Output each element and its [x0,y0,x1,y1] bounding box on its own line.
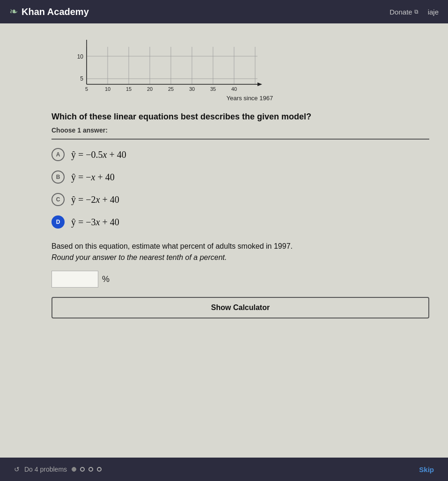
main-content: 5 10 [0,23,448,458]
skip-button[interactable]: Skip [419,466,434,474]
option-c-circle: C [51,193,65,206]
input-row: % [51,271,429,288]
option-d-circle: D [51,215,65,229]
progress-dot-2 [80,467,85,472]
followup-text-part2: Round your answer to the nearest tenth o… [51,253,227,261]
option-a-text: ŷ = −0.5x + 40 [71,149,126,160]
svg-text:5: 5 [80,75,83,82]
refresh-icon: ↺ [14,466,20,473]
progress-dot-4 [97,467,102,472]
option-c-text: ŷ = −2x + 40 [71,194,119,205]
external-link-icon: ⧉ [414,8,419,15]
followup-text: Based on this equation, estimate what pe… [51,241,429,263]
site-title: Khan Academy [22,7,89,17]
user-label[interactable]: iaje [428,8,439,16]
progress-dots [72,467,102,472]
khan-academy-logo-icon: ❧ [9,6,18,18]
svg-text:30: 30 [189,86,195,92]
svg-text:10: 10 [105,86,110,92]
option-a[interactable]: A ŷ = −0.5x + 40 [51,143,429,166]
header-left: ❧ Khan Academy [9,6,89,18]
svg-text:40: 40 [231,86,237,92]
graph-x-label: Years since 1967 [70,95,429,102]
donate-label: Donate [389,8,412,16]
percent-label: % [102,274,110,284]
option-a-circle: A [51,148,65,161]
option-b[interactable]: B ŷ = −x + 40 [51,166,429,188]
problems-label: Do 4 problems [24,466,67,473]
option-c[interactable]: C ŷ = −2x + 40 [51,188,429,211]
svg-text:20: 20 [147,86,153,92]
divider [51,139,429,140]
answer-options: A ŷ = −0.5x + 40 B ŷ = −x + 40 C ŷ = −2x… [51,143,429,233]
svg-text:15: 15 [126,86,132,92]
footer-left: ↺ Do 4 problems [14,466,102,473]
svg-text:25: 25 [168,86,174,92]
show-calculator-button[interactable]: Show Calculator [51,297,429,318]
svg-text:5: 5 [85,86,88,92]
option-b-text: ŷ = −x + 40 [71,172,115,183]
graph-wrapper: 5 10 [70,33,267,94]
followup-text-part1: Based on this equation, estimate what pe… [51,242,293,250]
option-d[interactable]: D ŷ = −3x + 40 [51,211,429,233]
footer: ↺ Do 4 problems Skip [0,458,448,481]
progress-dot-3 [88,467,93,472]
svg-text:35: 35 [210,86,216,92]
option-b-circle: B [51,170,65,184]
progress-dot-1 [72,467,76,472]
svg-text:10: 10 [77,53,84,60]
option-d-text: ŷ = −3x + 40 [71,217,119,228]
choose-label: Choose 1 answer: [51,126,429,134]
header: ❧ Khan Academy Donate ⧉ iaje [0,0,448,23]
question-text: Which of these linear equations best des… [51,111,429,123]
donate-button[interactable]: Donate ⧉ [389,8,418,16]
graph-container: 5 10 [70,33,429,102]
header-right: Donate ⧉ iaje [389,8,439,16]
answer-input[interactable] [51,271,98,288]
scatter-plot: 5 10 [70,33,267,94]
svg-marker-15 [257,82,262,86]
